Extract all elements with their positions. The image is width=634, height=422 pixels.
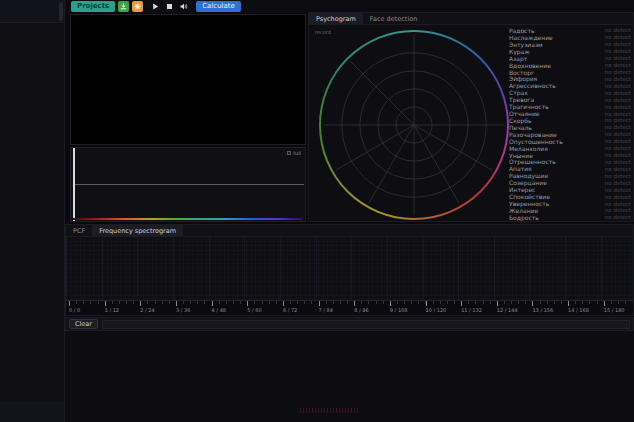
emotion-value: no detect [605,194,631,200]
psychogram-chart [319,30,509,220]
audio-waveform-panel[interactable]: full [70,147,306,222]
tick-label: 9 / 108 [390,307,408,313]
emotion-row: Восторгno detect [509,69,631,76]
emotion-row: Спокойствиеno detect [509,193,631,200]
emotion-row: Отрешенностьno detect [509,159,631,166]
emotion-value: no detect [605,166,631,172]
axis-tick: 14 / 168 [568,301,589,313]
emotion-row: Трагичностьno detect [509,103,631,110]
full-checkbox[interactable] [287,151,291,155]
projects-button[interactable]: Projects [71,1,115,12]
tick-mark [283,301,284,306]
calculate-button[interactable]: Calculate [196,1,241,12]
emotion-row: Опустошенностьno detect [509,138,631,145]
emotion-name: Бодрость [509,214,539,221]
emotion-row: Желаниеno detect [509,207,631,214]
spectrogram-section: PCF Frequency spectrogram 0 / 01 / 122 /… [65,224,634,316]
emotion-row: Наслаждениеno detect [509,34,631,41]
emotion-row: Азартno detect [509,55,631,62]
emotion-row: Созерцаниеno detect [509,179,631,186]
emotion-value: no detect [605,131,631,137]
axis-tick: 8 / 96 [354,301,368,313]
sidebar-footer [0,402,64,422]
emotion-row: Интересno detect [509,186,631,193]
tab-pcf[interactable]: PCF [66,225,92,236]
spectrogram-tab-bar: PCF Frequency spectrogram [66,225,633,237]
axis-tick: 2 / 24 [140,301,154,313]
emotion-value: no detect [605,173,631,179]
tick-label: 1 / 12 [105,307,119,313]
axis-tick: 6 / 72 [283,301,297,313]
emotion-value: no detect [605,62,631,68]
tick-label: 12 / 144 [497,307,518,313]
tick-mark [390,301,391,306]
tick-mark [105,301,106,306]
sidebar-header [0,0,64,23]
tick-label: 5 / 60 [247,307,261,313]
tick-label: 4 / 48 [212,307,226,313]
volume-icon [180,3,188,10]
emotion-value: no detect [605,145,631,151]
play-button[interactable] [150,1,161,12]
tick-label: 3 / 36 [176,307,190,313]
emotion-row: Разочарованиеno detect [509,131,631,138]
tab-psychogram[interactable]: Psychogram [309,13,363,24]
volume-button[interactable] [178,1,189,12]
emotion-row: Отчаяниеno detect [509,110,631,117]
emotion-row: Бодростьno detect [509,214,631,221]
projects-sidebar [0,0,65,422]
emotion-row: Меланхолияno detect [509,145,631,152]
emotion-row: Уверенностьno detect [509,200,631,207]
emotion-row: Тревогаno detect [509,96,631,103]
tick-label: 6 / 72 [283,307,297,313]
emotion-value: no detect [605,76,631,82]
tick-mark [461,301,462,306]
axis-tick: 13 / 156 [532,301,553,313]
clear-button[interactable]: Clear [69,319,98,329]
tick-label: 11 / 132 [461,307,482,313]
emotion-value: no detect [605,55,631,61]
emotion-value: no detect [605,104,631,110]
emotion-row: Печальno detect [509,124,631,131]
emotion-value: no detect [605,214,631,220]
tick-mark [568,301,569,306]
emotion-row: Уныниеno detect [509,152,631,159]
waveform-colorbar [73,218,303,220]
tick-label: 2 / 24 [140,307,154,313]
settings-button[interactable] [132,1,143,12]
emotion-row: Куражno detect [509,48,631,55]
tick-mark [354,301,355,306]
emotion-value: no detect [605,34,631,40]
axis-tick: 0 / 0 [69,301,80,313]
stop-button[interactable] [164,1,175,12]
tab-face-detection[interactable]: Face detection [363,13,424,24]
emotion-value: no detect [605,207,631,213]
emotion-value: no detect [605,27,631,33]
spectrogram-canvas[interactable] [66,237,633,300]
emotion-value: no detect [605,124,631,130]
axis-tick: 10 / 120 [426,301,447,313]
tick-mark [140,301,141,306]
polar-grid [319,30,509,220]
emotion-value: no detect [605,41,631,47]
video-preview [70,14,306,145]
full-toggle[interactable]: full [287,150,301,156]
emotion-value: no detect [605,97,631,103]
spectrogram-ruler: 0 / 01 / 122 / 243 / 364 / 485 / 606 / 7… [66,300,633,315]
emotion-value: no detect [605,138,631,144]
emotion-row: Страхno detect [509,89,631,96]
tick-label: 7 / 84 [319,307,333,313]
sidebar-scrollbar[interactable] [59,2,63,21]
axis-tick: 5 / 60 [247,301,261,313]
emotion-row: Вдохновениеno detect [509,62,631,69]
tick-label: 10 / 120 [426,307,447,313]
axis-tick: 4 / 48 [212,301,226,313]
play-icon [152,3,159,10]
emotion-row: Апатияno detect [509,165,631,172]
psychogram-tab-bar: Psychogram Face detection [309,13,633,25]
tick-label: 8 / 96 [354,307,368,313]
tick-mark [532,301,533,306]
import-button[interactable] [118,1,129,12]
emotion-row: Агрессивностьno detect [509,82,631,89]
tab-frequency-spectrogram[interactable]: Frequency spectrogram [92,225,183,236]
